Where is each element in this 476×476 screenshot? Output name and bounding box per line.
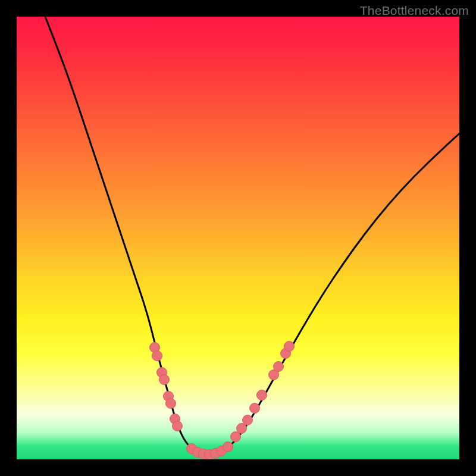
data-dot — [173, 421, 183, 431]
data-dot — [159, 375, 170, 385]
data-dot — [257, 390, 267, 400]
data-dot — [284, 342, 295, 352]
data-dots — [150, 342, 295, 460]
bottleneck-curve — [40, 17, 459, 456]
data-dot — [223, 442, 233, 452]
plot-area — [17, 17, 459, 459]
watermark-text: TheBottleneck.com — [360, 4, 469, 18]
data-dot — [237, 424, 247, 434]
data-dot — [166, 399, 176, 409]
data-dot — [231, 432, 241, 442]
data-dot — [243, 415, 253, 425]
chart-frame: TheBottleneck.com — [0, 0, 476, 476]
chart-svg — [17, 17, 459, 459]
data-dot — [274, 362, 284, 372]
data-dot — [152, 351, 162, 361]
data-dot — [250, 403, 260, 414]
